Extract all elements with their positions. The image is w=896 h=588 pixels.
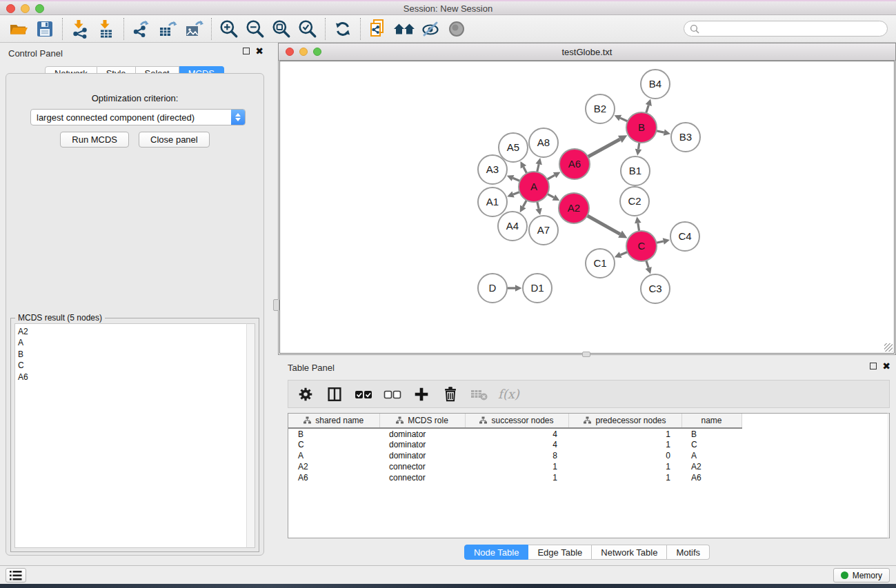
- search-field[interactable]: [684, 21, 888, 37]
- graph-edge-A-A6[interactable]: [547, 172, 560, 179]
- window-resize-grip[interactable]: [884, 343, 893, 352]
- graph-node-A8[interactable]: A8: [529, 128, 558, 157]
- save-session-button[interactable]: [32, 17, 58, 41]
- show-column-panel-button[interactable]: [324, 383, 345, 405]
- zoom-in-button[interactable]: [216, 17, 242, 41]
- table-row[interactable]: Cdominator41C: [288, 439, 741, 450]
- result-item-b[interactable]: B: [18, 349, 246, 360]
- zoom-fit-button[interactable]: [268, 17, 295, 41]
- graph-node-B[interactable]: B: [626, 112, 657, 143]
- graph-edge-C-C2[interactable]: [635, 216, 641, 231]
- column-header-successor-nodes[interactable]: successor nodes: [465, 414, 568, 428]
- graph-node-A3[interactable]: A3: [478, 155, 507, 184]
- graph-edge-A-A1[interactable]: [507, 191, 519, 197]
- result-item-a[interactable]: A: [18, 337, 246, 348]
- zoom-selected-button[interactable]: [295, 17, 321, 41]
- graph-edge-C-C3[interactable]: [646, 261, 652, 274]
- function-builder-button[interactable]: f(x): [498, 387, 519, 401]
- export-image-button[interactable]: [181, 17, 207, 41]
- graph-node-C3[interactable]: C3: [641, 274, 670, 303]
- network-canvas[interactable]: AA1A2A3A4A5A6A7A8BB1B2B3B4CC1C2C3C4DD1: [279, 61, 895, 354]
- table-row[interactable]: A6connector11A6: [288, 472, 741, 483]
- graph-node-A2[interactable]: A2: [559, 193, 589, 223]
- tab-motifs[interactable]: Motifs: [667, 545, 710, 560]
- import-table-button[interactable]: [93, 17, 119, 41]
- graph-node-C4[interactable]: C4: [670, 222, 699, 251]
- graph-node-B3[interactable]: B3: [671, 123, 700, 152]
- close-panel-icon[interactable]: ✖: [255, 48, 263, 54]
- optimization-criterion-select[interactable]: largest connected component (directed): [30, 109, 246, 125]
- close-panel-button[interactable]: Close panel: [139, 132, 210, 148]
- graph-node-D[interactable]: D: [478, 274, 507, 303]
- close-table-panel-icon[interactable]: ✖: [882, 363, 890, 369]
- search-input[interactable]: [703, 24, 882, 34]
- result-item-a2[interactable]: A2: [18, 326, 246, 337]
- home-views-button[interactable]: [391, 17, 417, 41]
- network-graph[interactable]: AA1A2A3A4A5A6A7A8BB1B2B3B4CC1C2C3C4DD1: [280, 61, 895, 354]
- graph-edge-B-B3[interactable]: [656, 129, 670, 135]
- tab-node-table[interactable]: Node Table: [464, 545, 529, 560]
- graph-node-A7[interactable]: A7: [529, 216, 558, 245]
- graph-edge-A2-C[interactable]: [587, 216, 627, 239]
- result-item-a6[interactable]: A6: [18, 372, 246, 383]
- table-row[interactable]: A2connector11A2: [288, 461, 741, 472]
- open-file-button[interactable]: [6, 17, 32, 41]
- graph-node-C[interactable]: C: [626, 231, 657, 261]
- graph-node-A[interactable]: A: [519, 172, 549, 202]
- graph-edge-A6-B[interactable]: [588, 135, 627, 156]
- graph-edge-D-D1[interactable]: [507, 285, 522, 292]
- vertical-splitter-handle[interactable]: [273, 299, 279, 311]
- new-network-from-selection-button[interactable]: [365, 17, 391, 41]
- tab-network-table[interactable]: Network Table: [592, 545, 667, 560]
- network-window-titlebar[interactable]: testGlobe.txt: [279, 43, 895, 61]
- table-scrollbar[interactable]: [888, 413, 890, 538]
- graph-edge-B-B2[interactable]: [615, 115, 628, 121]
- task-history-button[interactable]: [6, 568, 26, 582]
- run-mcds-button[interactable]: Run MCDS: [60, 132, 129, 148]
- export-table-button[interactable]: [155, 17, 181, 41]
- graph-node-B4[interactable]: B4: [641, 70, 670, 99]
- create-column-button[interactable]: [411, 383, 432, 405]
- graph-node-A1[interactable]: A1: [478, 187, 507, 216]
- hide-graphics-details-button[interactable]: [417, 17, 444, 41]
- graph-edge-C-C4[interactable]: [656, 238, 670, 244]
- graph-node-A5[interactable]: A5: [499, 133, 528, 162]
- graph-node-C1[interactable]: C1: [586, 249, 615, 278]
- result-scrollbar[interactable]: [246, 323, 255, 548]
- delete-table-button[interactable]: [469, 383, 490, 405]
- graph-edge-A-A3[interactable]: [507, 175, 520, 181]
- tab-edge-table[interactable]: Edge Table: [528, 545, 592, 560]
- delete-column-button[interactable]: [440, 383, 461, 405]
- graph-node-B2[interactable]: B2: [586, 94, 615, 123]
- import-network-button[interactable]: [67, 17, 93, 41]
- graph-edge-B-B1[interactable]: [635, 143, 642, 156]
- column-header-mcds-role[interactable]: MCDS role: [379, 414, 465, 428]
- table-settings-button[interactable]: [295, 383, 316, 405]
- graph-edge-A-A5[interactable]: [520, 161, 526, 174]
- column-header-predecessor-nodes[interactable]: predecessor nodes: [568, 414, 681, 428]
- horizontal-splitter-handle[interactable]: [582, 352, 590, 357]
- graph-edge-A-A2[interactable]: [547, 194, 559, 201]
- result-item-c[interactable]: C: [18, 360, 246, 371]
- graph-node-D1[interactable]: D1: [523, 274, 552, 303]
- deselect-all-rows-button[interactable]: [382, 383, 403, 405]
- graph-edge-A-A8[interactable]: [535, 158, 541, 172]
- graph-edge-B-B4[interactable]: [646, 99, 652, 113]
- select-all-rows-button[interactable]: [353, 383, 374, 405]
- graph-edge-C-C1[interactable]: [615, 252, 628, 258]
- float-panel-icon[interactable]: [243, 48, 250, 54]
- column-header-name[interactable]: name: [681, 414, 741, 428]
- zoom-out-button[interactable]: [242, 17, 268, 41]
- graph-edge-A-A7[interactable]: [535, 201, 541, 215]
- graph-node-C2[interactable]: C2: [620, 187, 649, 216]
- column-header-shared-name[interactable]: shared name: [288, 414, 379, 428]
- export-network-button[interactable]: [128, 17, 155, 41]
- apply-layout-button[interactable]: [330, 17, 356, 41]
- memory-button[interactable]: Memory: [833, 568, 890, 582]
- graph-edge-A-A4[interactable]: [520, 200, 527, 212]
- float-table-panel-icon[interactable]: [870, 363, 877, 369]
- table-row[interactable]: Bdominator41B: [288, 428, 741, 439]
- birdseye-view-button[interactable]: [444, 17, 470, 41]
- graph-node-A6[interactable]: A6: [559, 149, 590, 179]
- graph-node-B1[interactable]: B1: [621, 156, 650, 185]
